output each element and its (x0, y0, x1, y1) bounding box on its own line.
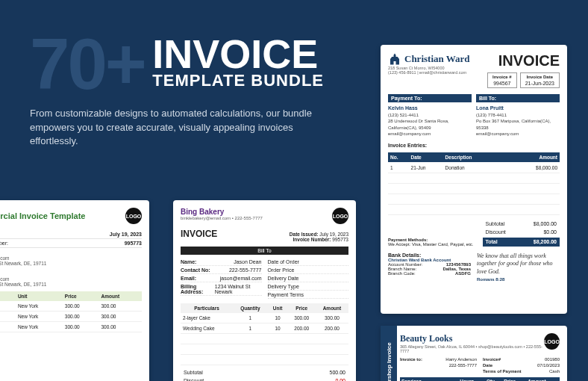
heading: Bill To: (476, 94, 560, 102)
value: 994567 (492, 81, 512, 86)
card-barbershop-invoice: Barbershop Invoice Beauty Looks 365 Alle… (381, 326, 567, 381)
cardA-addr: 1234 Walnut St Newark, DE, 19711 (0, 261, 142, 266)
hero-number: 70+ (30, 36, 145, 93)
value: 222-555-7777 (229, 267, 262, 273)
logo-icon: LOGO (332, 208, 348, 224)
quote-ref: Romans 8:28 (477, 277, 560, 282)
cardB-brand: Bing Bakery (181, 208, 263, 216)
table-row (181, 344, 348, 355)
cardC-title: INVOICE (487, 52, 560, 69)
value: July 19, 2023 (319, 232, 348, 237)
value: $8,000.00 (534, 221, 557, 226)
value: 001980 (545, 357, 560, 362)
label: Invoice Number: (293, 237, 331, 242)
th: Services (400, 377, 458, 381)
value: 0.00 (335, 378, 345, 381)
hero: 70+ INVOICE TEMPLATE BUNDLE From customi… (30, 36, 351, 149)
value: Harry Anderson (445, 357, 477, 362)
th: Amount (517, 152, 560, 162)
value: 222-555-7777 (449, 363, 477, 368)
name: Kelvin Hass (388, 105, 472, 112)
bill-to-bar: Bill To (181, 247, 348, 255)
label: Discount (184, 378, 204, 381)
bank-label: Bank Details: (388, 253, 421, 258)
th: Price (502, 377, 526, 381)
th: Quantity (0, 291, 16, 301)
table-row: Wedding Cake110200.00200.00 (181, 323, 348, 334)
addr: 365 Allegany Street, Oak Alcoa, IL 60044… (400, 344, 544, 353)
email: email@company.com (388, 131, 472, 137)
value: $8,200.00 (534, 239, 557, 245)
table-row (181, 355, 348, 365)
label: Name: (181, 259, 196, 264)
label: Date Issued: (290, 232, 319, 237)
label: Discount (486, 229, 506, 235)
value: Jason Dean (234, 259, 261, 264)
label: Invoice Number: (0, 241, 8, 246)
cardA-table: QuantityUnitPriceAmount 1New York300.003… (0, 291, 142, 332)
phone: (123) 521-4411 (388, 112, 472, 118)
th: Price (63, 291, 99, 301)
cardD-side: Barbershop Invoice (381, 326, 397, 381)
label: Invoice Date (525, 75, 554, 79)
cardA-addr2: 1234 Walnut St Newark, DE, 19711 (0, 282, 142, 287)
logo-icon: LOGO (544, 333, 560, 350)
table-row (388, 183, 560, 193)
cardB-table: ParticularsQuantityUnitPriceAmount 2-lay… (181, 303, 348, 365)
label: Terms of Payment (483, 369, 522, 374)
th: Unit (16, 291, 63, 301)
label: Invoice# (483, 357, 501, 362)
table-row (388, 193, 560, 204)
th: Amount (526, 377, 560, 381)
label: Delivery Type (268, 284, 299, 289)
text: We Accept: Visa, Master Card, Paypal, et… (388, 242, 474, 247)
th: Date (409, 152, 443, 162)
quote: We know that all things work together fo… (477, 253, 560, 276)
value: July 19, 2023 (110, 232, 142, 237)
label: Date (483, 363, 492, 368)
church-icon (388, 52, 401, 66)
table-row (181, 334, 348, 344)
cardB-addr: binklebakery@email.com • 222-555-7777 (181, 216, 263, 220)
label: Contact No: (181, 267, 210, 273)
addr: (123) 456-8911 | email@christianward.com (388, 70, 470, 75)
entries-label: Invoice Entries: (388, 143, 560, 148)
addr: Po Box 367 Mariposa, California(CA), 953… (476, 118, 560, 131)
th: Qty (485, 377, 502, 381)
value: 995773 (332, 237, 348, 242)
label: Delivery Date (268, 276, 299, 281)
table-row: 2-layer Cake110300.00300.00 (181, 313, 348, 323)
label: Date of Order (268, 259, 299, 264)
card-commercial-invoice: Commercial Invoice Template LOGO Date Is… (0, 200, 149, 381)
card-main-invoice: Christian Ward 218 Susan Ct Monro, WI540… (381, 45, 567, 314)
value: ASDFG (455, 271, 471, 276)
value: 500.00 (330, 370, 345, 375)
addr: 28 Underwood Dr Santa Rosa, California(C… (388, 118, 472, 131)
email: email@company.com (476, 131, 560, 137)
hero-subtitle: TEMPLATE BUNDLE (152, 71, 324, 90)
value: 21-Jun-2023 (525, 81, 554, 86)
cardD-table: ServicesHoursQtyPriceAmount Hair Cut1150… (400, 377, 560, 381)
hero-title: INVOICE (152, 36, 324, 72)
hero-description: From customizable designs to automated c… (30, 107, 343, 149)
table-row: 2New York300.00300.00 (0, 312, 142, 322)
name: Lona Pruitt (476, 105, 560, 112)
table-row: 3New York300.00300.00 (0, 322, 142, 332)
cardC-table: No.DateDescriptionAmount 121-JunDonation… (388, 152, 560, 215)
label: Branch Code: (388, 271, 416, 276)
phone: (123) 778-4411 (476, 112, 560, 118)
th: Quantity (233, 303, 268, 313)
table-row (388, 204, 560, 214)
card-bakery-invoice: Bing Bakery binklebakery@email.com • 222… (173, 200, 356, 381)
th: Unit (268, 303, 288, 313)
label: Total (486, 239, 498, 245)
value: 995773 (125, 241, 142, 246)
label: Email: (181, 276, 196, 281)
value: $0.00 (543, 229, 557, 235)
label: Payment Terms (268, 292, 304, 297)
value: jason@email.com (220, 276, 262, 281)
cardA-email2: name@email.com (0, 276, 142, 282)
label: Order Price (268, 267, 295, 273)
th: Amount (99, 291, 143, 301)
table-row: 121-JunDonation$8,000.00 (388, 162, 560, 173)
